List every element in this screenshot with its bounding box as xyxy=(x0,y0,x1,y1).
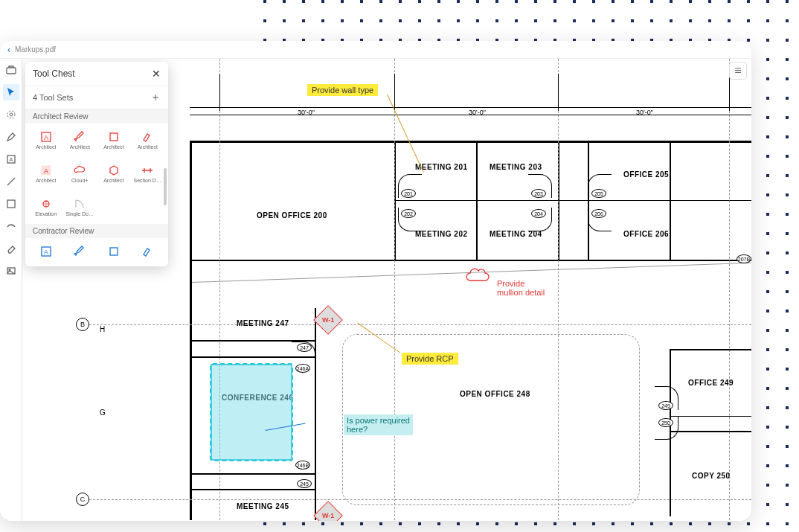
room-m245: MEETING 245 xyxy=(237,502,289,510)
add-toolset-icon[interactable]: ＋ xyxy=(150,91,161,104)
tool-rect[interactable]: Architect xyxy=(97,128,130,153)
room-o249: OFFICE 249 xyxy=(688,379,734,387)
grid-label-h: H xyxy=(100,325,105,333)
annotation-power[interactable]: Is power required here? xyxy=(344,414,413,435)
section-contractor[interactable]: Contractor Review xyxy=(25,224,168,238)
room-o205: OFFICE 205 xyxy=(623,170,669,179)
annotation-wall-type[interactable]: Provide wall type xyxy=(307,84,378,96)
dimension-3: 30'-0" xyxy=(636,109,653,116)
shape-tool[interactable] xyxy=(3,196,19,212)
tool-elevation[interactable]: Elevation xyxy=(30,195,62,219)
grid-label-g: G xyxy=(100,408,106,417)
tool-rect[interactable] xyxy=(97,243,130,262)
tool-A-box[interactable]: A xyxy=(30,243,62,262)
grid-bubble-b: B xyxy=(76,318,89,331)
measure-tool[interactable] xyxy=(3,218,19,234)
room-copy250: COPY 250 xyxy=(692,472,731,480)
image-tool[interactable] xyxy=(3,263,19,279)
tool-A-box[interactable]: AArchitect xyxy=(30,128,62,153)
svg-text:A: A xyxy=(44,249,48,256)
text-tool[interactable]: A xyxy=(3,151,19,167)
section-architect[interactable]: Architect Review xyxy=(25,109,168,124)
tool-door[interactable]: Single Do… xyxy=(64,195,97,219)
back-button[interactable]: ‹ xyxy=(7,45,10,55)
workspace: A ≡ Tool Chest ✕ 4 Tool Sets ＋ Architect… xyxy=(0,59,751,521)
toolbox-icon[interactable] xyxy=(3,62,19,78)
tool-A-fill[interactable]: AArchitect xyxy=(30,161,62,186)
tool-pen[interactable] xyxy=(64,243,97,262)
hamburger-menu-icon[interactable]: ≡ xyxy=(729,62,747,80)
dimension-2: 30'-0" xyxy=(469,109,486,116)
tool-hexagon[interactable]: Architect xyxy=(97,161,130,186)
tool-highlighter[interactable] xyxy=(132,243,164,262)
drawing-canvas[interactable]: ≡ Tool Chest ✕ 4 Tool Sets ＋ Architect R… xyxy=(22,59,751,521)
vertical-toolbar: A xyxy=(0,59,22,521)
room-o206: OFFICE 206 xyxy=(623,230,669,238)
grid-bubble-c: C xyxy=(76,493,89,506)
tool-cloud[interactable]: Cloud+ xyxy=(64,161,97,186)
toolset-count: 4 Tool Sets xyxy=(33,93,73,102)
svg-text:A: A xyxy=(44,134,48,141)
annotation-rcp[interactable]: Provide RCP xyxy=(402,353,458,365)
pen-tool[interactable] xyxy=(3,129,19,145)
tool-highlighter[interactable]: Architect xyxy=(132,128,164,153)
eraser-tool[interactable] xyxy=(3,240,19,257)
tool-section[interactable]: Section D… xyxy=(132,161,164,186)
titlebar: ‹ Markups.pdf xyxy=(0,41,751,59)
door-tag-246b: 246B xyxy=(295,461,310,469)
close-icon[interactable]: ✕ xyxy=(152,68,161,80)
tool-pen[interactable]: Architect xyxy=(64,128,97,153)
room-m202: MEETING 202 xyxy=(415,230,468,238)
cursor-tool[interactable] xyxy=(3,84,19,100)
svg-text:A: A xyxy=(44,167,48,175)
room-m203: MEETING 203 xyxy=(490,163,542,171)
door-tag-245: 245 xyxy=(297,479,312,488)
marker-w1[interactable]: W-1 xyxy=(313,305,343,335)
dimension-1: 30'-0" xyxy=(298,109,315,116)
svg-text:A: A xyxy=(9,156,13,163)
svg-rect-5 xyxy=(7,200,15,208)
panel-title: Tool Chest xyxy=(33,68,75,79)
line-tool[interactable] xyxy=(3,173,19,190)
svg-rect-10 xyxy=(110,133,118,141)
svg-rect-0 xyxy=(7,68,16,74)
tool-chest-panel: Tool Chest ✕ 4 Tool Sets ＋ Architect Rev… xyxy=(25,62,168,266)
door-tag-207b: 207B xyxy=(737,254,751,263)
app-window: ‹ Markups.pdf A ≡ Tool Chest ✕ xyxy=(0,41,751,521)
marker-w1-lower[interactable]: W-1 xyxy=(313,501,343,521)
scrollbar[interactable] xyxy=(164,168,167,205)
cloud-markup[interactable] xyxy=(464,266,494,288)
room-open-200: OPEN OFFICE 200 xyxy=(257,211,327,219)
room-m247: MEETING 247 xyxy=(237,319,289,327)
svg-rect-16 xyxy=(110,248,118,255)
gear-icon[interactable] xyxy=(3,106,19,123)
svg-point-1 xyxy=(10,113,13,116)
annotation-mullion[interactable]: Provide mullion detail xyxy=(497,279,545,297)
cyan-highlight-region[interactable] xyxy=(211,364,292,461)
svg-point-2 xyxy=(7,111,15,118)
document-filename: Markups.pdf xyxy=(15,45,56,54)
room-open248: OPEN OFFICE 248 xyxy=(460,390,530,398)
